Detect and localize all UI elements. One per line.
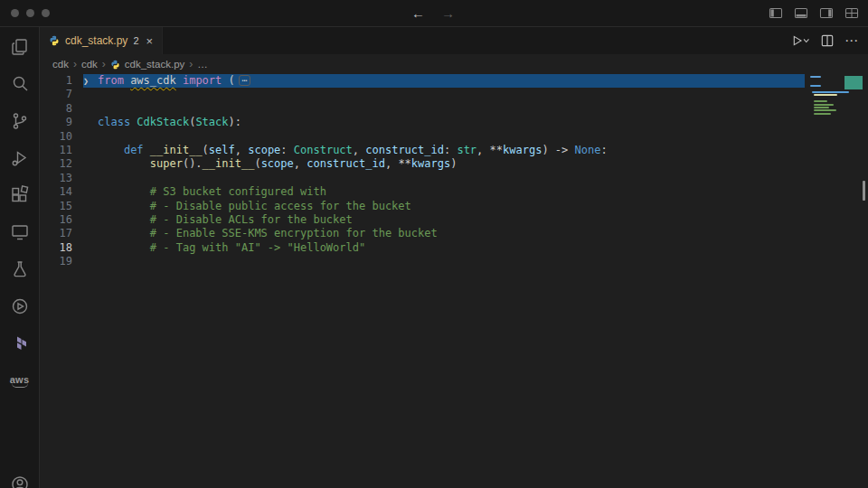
breadcrumb: cdk › cdk › cdk_stack.py › … xyxy=(40,54,868,74)
toggle-sidebar-icon[interactable] xyxy=(769,6,783,20)
activity-bar: aws xyxy=(0,27,40,488)
search-icon[interactable] xyxy=(9,73,31,95)
back-button[interactable]: ← xyxy=(411,5,425,21)
editor-actions: ⋯ xyxy=(792,27,859,54)
fold-gutter xyxy=(83,116,98,129)
fold-gutter xyxy=(83,172,98,185)
fold-gutter xyxy=(83,255,98,268)
code-text: from aws_cdk import (⋯ xyxy=(98,74,250,88)
source-control-icon[interactable] xyxy=(9,110,31,132)
code-line[interactable]: 14 # S3 bucket configured with xyxy=(40,185,805,199)
code-line[interactable]: 13 xyxy=(40,172,805,185)
minimize-window-icon[interactable] xyxy=(26,9,34,17)
tab-cdk-stack[interactable]: cdk_stack.py 2 × xyxy=(40,27,163,54)
minimap[interactable] xyxy=(810,76,857,118)
line-number[interactable]: 7 xyxy=(40,88,83,101)
code-line[interactable]: 11 def __init__(self, scope: Construct, … xyxy=(40,144,805,157)
toggle-panel-icon[interactable] xyxy=(794,6,808,20)
fold-chevron-icon[interactable]: ❯ xyxy=(83,74,98,88)
chevron-right-icon: › xyxy=(102,58,106,70)
aws-toolkit-icon[interactable]: aws xyxy=(9,370,31,391)
code-line[interactable]: 9class CdkStack(Stack): xyxy=(40,116,805,129)
code-line[interactable]: 8 xyxy=(40,102,805,116)
account-icon[interactable] xyxy=(9,474,31,488)
code-editor[interactable]: 1❯from aws_cdk import (⋯789class CdkStac… xyxy=(40,74,868,488)
code-text: def __init__(self, scope: Construct, con… xyxy=(98,144,608,157)
code-text: super().__init__(scope, construct_id, **… xyxy=(98,157,457,171)
minimap-line xyxy=(810,76,821,78)
line-number[interactable]: 8 xyxy=(40,102,83,116)
code-line[interactable]: 10 xyxy=(40,130,805,144)
testing-icon[interactable] xyxy=(9,258,31,280)
scrollbar-thumb[interactable] xyxy=(863,181,865,201)
python-file-icon xyxy=(110,60,120,70)
customize-layout-icon[interactable] xyxy=(844,6,859,20)
line-number[interactable]: 12 xyxy=(40,157,83,171)
minimap-line xyxy=(814,94,837,96)
tab-badge: 2 xyxy=(133,35,138,46)
title-bar: ← → xyxy=(0,0,868,27)
run-python-file-button[interactable] xyxy=(792,34,810,47)
line-number[interactable]: 9 xyxy=(40,116,83,129)
line-number[interactable]: 14 xyxy=(40,185,83,199)
aws-smile-curve xyxy=(12,383,28,388)
minimap-line xyxy=(814,107,829,108)
line-number[interactable]: 1 xyxy=(40,74,83,88)
split-editor-icon[interactable] xyxy=(821,34,834,47)
breadcrumb-item-symbol[interactable]: … xyxy=(197,59,208,70)
fold-gutter xyxy=(83,200,98,213)
forward-button[interactable]: → xyxy=(441,5,455,21)
line-number[interactable]: 17 xyxy=(40,227,83,240)
code-line[interactable]: 15 # - Disable public access for the buc… xyxy=(40,200,805,213)
minimap-line xyxy=(814,113,830,115)
line-number[interactable]: 18 xyxy=(40,241,83,255)
fold-gutter xyxy=(83,157,98,171)
breadcrumb-item-file[interactable]: cdk_stack.py xyxy=(125,59,184,70)
tab-bar: cdk_stack.py 2 × ⋯ xyxy=(40,27,868,54)
code-line[interactable]: 1❯from aws_cdk import (⋯ xyxy=(40,74,805,88)
editor-group: cdk_stack.py 2 × ⋯ cdk › cd xyxy=(40,27,868,488)
code-line[interactable]: 7 xyxy=(40,88,805,101)
line-number[interactable]: 15 xyxy=(40,200,83,213)
fold-gutter xyxy=(83,88,98,101)
minimap-line xyxy=(812,91,849,93)
extensions-icon[interactable] xyxy=(9,184,31,206)
terraform-icon[interactable] xyxy=(9,333,31,354)
code-area[interactable]: 1❯from aws_cdk import (⋯789class CdkStac… xyxy=(40,74,805,488)
code-line[interactable]: 19 xyxy=(40,255,805,268)
fold-gutter xyxy=(83,227,98,240)
code-line[interactable]: 18 # - Tag with "AI" -> "HelloWorld" xyxy=(40,241,805,255)
code-text: # S3 bucket configured with xyxy=(98,185,326,199)
vscode-window: ← → xyxy=(0,0,868,488)
window-controls[interactable] xyxy=(11,9,50,17)
history-navigation: ← → xyxy=(411,5,455,21)
layout-controls xyxy=(769,6,859,20)
close-window-icon[interactable] xyxy=(11,9,19,17)
run-and-debug-icon[interactable] xyxy=(9,147,31,169)
minimap-line xyxy=(814,104,834,106)
line-number[interactable]: 13 xyxy=(40,172,83,185)
python-file-icon xyxy=(49,35,60,46)
fold-gutter xyxy=(83,144,98,157)
breadcrumb-item-cdk-folder[interactable]: cdk xyxy=(81,59,98,70)
explorer-icon[interactable] xyxy=(9,36,31,58)
fold-gutter xyxy=(83,185,98,199)
line-number[interactable]: 16 xyxy=(40,213,83,227)
fold-gutter xyxy=(83,213,98,227)
breadcrumb-item-cdk[interactable]: cdk xyxy=(52,59,69,70)
line-number[interactable]: 10 xyxy=(40,130,83,144)
run-circle-icon[interactable] xyxy=(9,296,31,317)
remote-explorer-icon[interactable] xyxy=(9,221,31,243)
line-number[interactable]: 11 xyxy=(40,144,83,157)
more-actions-icon[interactable]: ⋯ xyxy=(844,33,859,49)
code-line[interactable]: 12 super().__init__(scope, construct_id,… xyxy=(40,157,805,171)
code-line[interactable]: 17 # - Enable SSE-KMS encryption for the… xyxy=(40,227,805,240)
line-number[interactable]: 19 xyxy=(40,255,83,268)
tab-close-icon[interactable]: × xyxy=(146,34,154,48)
code-text: # - Tag with "AI" -> "HelloWorld" xyxy=(98,241,365,255)
toggle-secondary-sidebar-icon[interactable] xyxy=(819,6,834,20)
fold-gutter xyxy=(83,102,98,116)
code-text: # - Disable ACLs for the bucket xyxy=(98,213,353,227)
maximize-window-icon[interactable] xyxy=(42,9,50,17)
code-line[interactable]: 16 # - Disable ACLs for the bucket xyxy=(40,213,805,227)
